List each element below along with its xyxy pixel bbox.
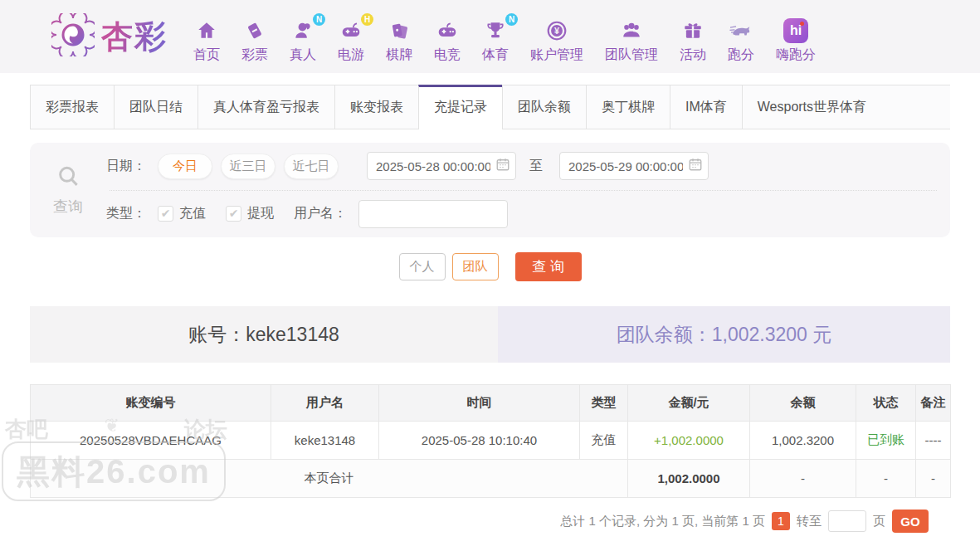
col-type: 类型 [580,385,628,422]
tab-team-daily[interactable]: 团队日结 [114,85,197,129]
date-to-field[interactable] [559,152,709,180]
col-change-id: 账变编号 [31,385,271,422]
report-tabs: 彩票报表 团队日结 真人体育盈亏报表 账变报表 充提记录 团队余额 奥丁棋牌 I… [30,85,950,129]
nav-item-hi-paofen[interactable]: hi 嗨跑分 [765,10,826,64]
cell-change-id: 20250528VBDAEHCAAG [31,422,271,460]
tab-im-sports[interactable]: IM体育 [670,85,742,129]
col-remark: 备注 [916,385,951,422]
cell-remark: ---- [916,422,951,460]
summary-status: - [856,460,916,498]
pagination-summary: 总计 1 个记录, 分为 1 页, 当前第 1 页 [560,514,765,529]
tab-team-balance[interactable]: 团队余额 [502,85,586,129]
nav-item-esports[interactable]: 电竞 [423,10,471,64]
checkbox-icon[interactable]: ✔ [158,206,173,222]
date-to-input[interactable] [568,159,683,173]
checkbox-withdraw[interactable]: ✔ 提现 [226,205,274,222]
trophy-icon [485,18,506,43]
tab-filler [881,85,950,129]
range-today-button[interactable]: 今日 [158,154,212,179]
col-username: 用户名 [271,385,379,422]
search-side-label: 查询 [53,197,83,217]
brand-logo[interactable]: 杏彩 [51,13,168,60]
nav-item-team-management[interactable]: 团队管理 [594,10,669,64]
cell-time: 2025-05-28 10:10:40 [379,422,580,460]
tab-aoding-chess[interactable]: 奥丁棋牌 [586,85,670,129]
range-7days-button[interactable]: 近七日 [284,154,339,179]
date-range-to-label: 至 [529,158,543,175]
nav-item-chess[interactable]: 棋牌 [375,10,423,64]
col-amount: 金额/元 [628,385,750,422]
search-icon [55,163,81,193]
coin-yuan-icon: ¥ [546,18,568,43]
type-filter-row: 类型： ✔ 充值 ✔ 提现 用户名： [106,191,937,238]
range-3days-button[interactable]: 近三日 [221,154,275,179]
account-value: keke13148 [246,324,339,346]
nav-item-activity[interactable]: 活动 [669,10,717,64]
nav-label: 棋牌 [386,46,412,64]
nav-item-live[interactable]: N 真人 [279,10,327,64]
team-balance: 团队余额：1,002.3200 元 [498,306,950,363]
checkbox-icon[interactable]: ✔ [226,206,241,222]
nav-item-paofen[interactable]: 跑分 [717,10,765,64]
nav-item-lottery[interactable]: 彩票 [231,10,279,64]
col-time: 时间 [379,385,580,422]
account-label: 账号： [188,322,246,348]
nav-item-account-management[interactable]: ¥ 账户管理 [519,10,594,64]
cell-username: keke13148 [271,422,379,460]
username-input[interactable] [358,200,508,228]
summary-amount: 1,002.0000 [628,460,750,498]
cell-type: 充值 [580,422,628,460]
cell-status: 已到账 [856,422,916,460]
date-from-field[interactable] [367,152,516,180]
personal-button[interactable]: 个人 [399,253,446,280]
nav-label: 活动 [680,46,706,64]
checkbox-withdraw-label: 提现 [247,205,274,222]
tab-account-change-report[interactable]: 账变报表 [334,85,418,129]
nav-item-sports[interactable]: N 体育 [471,10,519,64]
nav-badge-n: N [505,13,518,26]
account-summary-bar: 账号：keke13148 团队余额：1,002.3200 元 [30,306,950,363]
date-label: 日期： [106,158,146,175]
nav-badge-n: N [313,13,325,26]
nav-badge-h: H [361,13,373,26]
pagination-bar: 总计 1 个记录, 分为 1 页, 当前第 1 页 1 转至 页 GO [30,510,950,533]
search-side-button[interactable]: 查询 [30,143,106,237]
filter-panel: 查询 日期： 今日 近三日 近七日 至 [30,143,950,237]
table-header-row: 账变编号 用户名 时间 类型 金额/元 余额 状态 备注 [31,385,951,422]
nav-label: 体育 [482,46,509,64]
brand-name: 杏彩 [101,16,168,58]
date-from-input[interactable] [376,159,490,173]
page-1-button[interactable]: 1 [772,512,790,530]
team-people-icon [620,18,643,43]
ticket-icon [244,18,266,43]
hi-app-icon: hi [783,18,808,43]
nav-label: 首页 [193,46,220,64]
goto-page-input[interactable] [828,510,866,532]
go-button[interactable]: GO [892,510,929,533]
cell-balance: 1,002.3200 [750,422,856,460]
team-balance-label: 团队余额： [617,322,712,348]
nav-item-egames[interactable]: H 电游 [327,10,375,64]
tab-lottery-report[interactable]: 彩票报表 [30,85,114,129]
calendar-icon[interactable] [688,157,703,175]
calendar-icon[interactable] [495,157,510,175]
gift-icon [682,18,704,43]
rhino-icon [728,18,754,43]
date-filter-row: 日期： 今日 近三日 近七日 至 [106,143,937,190]
tab-deposit-withdraw-records[interactable]: 充提记录 [418,85,502,129]
gamepad-icon [339,18,363,43]
summary-label: 本页合计 [31,460,628,498]
nav-item-home[interactable]: 首页 [183,10,231,64]
svg-text:¥: ¥ [554,25,559,35]
col-status: 状态 [856,385,916,422]
username-label: 用户名： [294,205,347,222]
summary-remark: - [916,460,951,498]
query-button[interactable]: 查 询 [515,252,582,281]
team-balance-value: 1,002.3200 元 [712,322,832,348]
col-balance: 余额 [750,385,856,422]
tab-live-sports-pnl[interactable]: 真人体育盈亏报表 [197,85,334,129]
checkbox-deposit[interactable]: ✔ 充值 [158,205,206,222]
nav-label: 嗨跑分 [776,46,816,64]
tab-wesports[interactable]: Wesports世界体育 [742,85,881,129]
team-button[interactable]: 团队 [452,253,499,280]
